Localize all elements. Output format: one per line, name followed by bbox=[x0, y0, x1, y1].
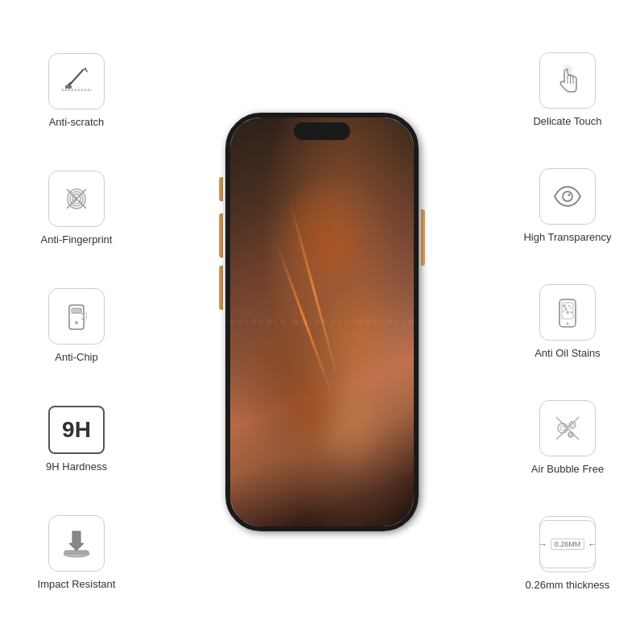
impact-resistant-icon-box bbox=[48, 515, 105, 572]
anti-scratch-icon-box bbox=[48, 53, 105, 109]
feature-anti-chip: Anti-Chip bbox=[48, 288, 105, 365]
chip-icon bbox=[59, 299, 94, 334]
svg-point-24 bbox=[568, 304, 571, 307]
svg-point-25 bbox=[564, 308, 568, 311]
feature-9h-hardness: 9H 9H Hardness bbox=[46, 406, 107, 474]
feature-anti-scratch: Anti-scratch bbox=[48, 53, 105, 130]
touch-icon bbox=[550, 63, 585, 98]
screen-protector bbox=[225, 113, 419, 531]
svg-rect-9 bbox=[72, 308, 81, 313]
svg-rect-0 bbox=[62, 89, 91, 91]
main-container: Anti-scratch Anti-Fingerp bbox=[0, 0, 644, 644]
anti-oil-stains-icon-box bbox=[539, 284, 596, 341]
phone-wrapper: WolfRule WolfRule WolfRule bbox=[225, 113, 419, 531]
left-button-vol-down bbox=[219, 266, 223, 310]
feature-impact-resistant: Impact Resistant bbox=[38, 515, 116, 592]
impact-icon bbox=[56, 523, 97, 564]
svg-point-18 bbox=[563, 192, 572, 201]
left-features: Anti-scratch Anti-Fingerp bbox=[8, 0, 145, 644]
svg-point-22 bbox=[567, 322, 569, 324]
svg-point-28 bbox=[563, 310, 565, 312]
feature-anti-oil-stains: Anti Oil Stains bbox=[535, 284, 601, 361]
svg-point-29 bbox=[571, 311, 573, 313]
svg-line-1 bbox=[68, 70, 83, 86]
scratch-icon bbox=[59, 64, 94, 99]
thickness-icon-box: → 0.26MM ← bbox=[539, 516, 596, 572]
svg-rect-3 bbox=[65, 85, 72, 89]
fingerprint-icon bbox=[59, 181, 94, 217]
svg-point-10 bbox=[75, 321, 78, 324]
eye-icon bbox=[550, 179, 585, 214]
air-bubble-free-icon-box bbox=[539, 400, 596, 456]
delicate-touch-label: Delicate Touch bbox=[533, 115, 601, 129]
thickness-label: 0.26mm thickness bbox=[526, 579, 610, 592]
phone-dots-icon bbox=[550, 295, 585, 330]
left-button-silent bbox=[219, 177, 223, 201]
thickness-mm-label: 0.26MM bbox=[551, 539, 585, 550]
feature-air-bubble-free: Air Bubble Free bbox=[531, 400, 604, 477]
svg-point-19 bbox=[568, 193, 571, 196]
feature-thickness: → 0.26MM ← 0.26mm thickness bbox=[526, 516, 610, 592]
svg-point-26 bbox=[570, 307, 572, 308]
thickness-arrows: → 0.26MM ← bbox=[539, 539, 597, 550]
thickness-visual: → 0.26MM ← bbox=[539, 520, 596, 568]
air-bubble-free-label: Air Bubble Free bbox=[531, 463, 604, 477]
notch bbox=[294, 122, 350, 140]
feature-high-transparency: High Transparency bbox=[523, 168, 611, 245]
impact-resistant-label: Impact Resistant bbox=[38, 578, 116, 592]
left-button-vol-up bbox=[219, 213, 223, 258]
anti-scratch-label: Anti-scratch bbox=[49, 116, 105, 130]
feature-delicate-touch: Delicate Touch bbox=[533, 52, 601, 129]
high-transparency-label: High Transparency bbox=[523, 231, 611, 245]
phone-section: WolfRule WolfRule WolfRule bbox=[201, 40, 443, 604]
high-transparency-icon-box bbox=[539, 168, 596, 225]
svg-point-23 bbox=[563, 304, 566, 308]
svg-line-5 bbox=[85, 68, 87, 72]
anti-fingerprint-icon-box bbox=[48, 171, 105, 227]
svg-point-27 bbox=[566, 311, 569, 314]
right-features: Delicate Touch High Transparency bbox=[499, 0, 636, 644]
hardness-icon-box: 9H bbox=[48, 406, 105, 454]
anti-chip-icon-box bbox=[48, 288, 105, 345]
side-button bbox=[421, 209, 425, 266]
hardness-text: 9H bbox=[62, 417, 91, 443]
anti-chip-label: Anti-Chip bbox=[55, 351, 97, 365]
anti-fingerprint-label: Anti-Fingerprint bbox=[41, 233, 113, 247]
svg-point-31 bbox=[560, 426, 565, 431]
9h-hardness-label: 9H Hardness bbox=[46, 460, 107, 474]
feature-anti-fingerprint: Anti-Fingerprint bbox=[41, 171, 113, 247]
svg-point-30 bbox=[558, 423, 568, 433]
svg-point-35 bbox=[569, 433, 572, 436]
anti-oil-stains-label: Anti Oil Stains bbox=[535, 347, 601, 361]
delicate-touch-icon-box bbox=[539, 52, 596, 109]
bubbles-icon bbox=[550, 411, 585, 446]
